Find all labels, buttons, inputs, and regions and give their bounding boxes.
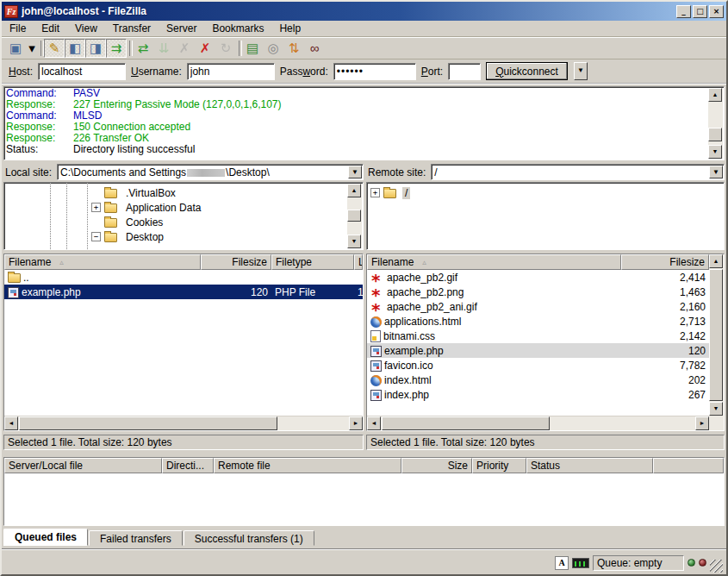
maximize-button[interactable]: □ xyxy=(693,5,707,18)
toolbar-button[interactable]: ⇉ xyxy=(106,39,127,58)
tree-expander[interactable]: + xyxy=(91,203,101,212)
column-header-direction[interactable]: Directi... xyxy=(162,458,214,473)
remote-vscrollbar[interactable]: ▲ ▼ xyxy=(709,254,724,430)
file-row[interactable]: .. xyxy=(4,270,363,285)
file-row[interactable]: apache_pb2_ani.gif 2,160 xyxy=(367,299,709,314)
toolbar-button[interactable]: ▤ xyxy=(242,39,263,58)
toolbar-button[interactable] xyxy=(127,39,133,58)
password-input[interactable] xyxy=(333,63,416,80)
queue-body[interactable] xyxy=(4,473,724,525)
tree-expander[interactable]: + xyxy=(370,188,380,197)
scroll-thumb[interactable] xyxy=(347,210,361,222)
message-log[interactable]: Command: PASV Response: 227 Entering Pas… xyxy=(3,86,725,160)
scroll-right-icon[interactable]: ► xyxy=(349,416,363,430)
menu-item[interactable]: Bookmarks xyxy=(204,21,271,36)
scroll-up-icon[interactable]: ▲ xyxy=(709,254,723,268)
close-button[interactable]: × xyxy=(709,5,724,18)
scroll-thumb[interactable] xyxy=(19,416,277,430)
toolbar-button[interactable] xyxy=(236,39,242,58)
log-scrollbar[interactable]: ▲ ▼ xyxy=(708,88,723,159)
chevron-down-icon[interactable]: ▼ xyxy=(709,166,723,178)
tree-expander[interactable]: − xyxy=(91,232,101,241)
file-row[interactable]: apache_pb2.gif 2,414 xyxy=(367,270,709,285)
menu-item[interactable]: View xyxy=(67,21,105,36)
tree-item[interactable]: − Desktop xyxy=(4,229,363,244)
scroll-up-icon[interactable]: ▲ xyxy=(708,88,722,102)
toolbar-button[interactable]: ⇅ xyxy=(283,39,304,58)
chevron-down-icon[interactable]: ▼ xyxy=(348,166,362,178)
file-row[interactable]: example.php 120 xyxy=(367,343,709,358)
tree-expander[interactable] xyxy=(91,217,101,227)
minimize-button[interactable]: _ xyxy=(676,5,691,18)
column-header-filetype[interactable]: Filetype xyxy=(271,254,354,270)
remote-hscrollbar[interactable]: ◄ ► xyxy=(367,416,709,430)
toolbar-button[interactable]: ✗ xyxy=(174,39,195,58)
local-site-combo[interactable]: C:\Documents and Settings\Desktop\ ▼ xyxy=(57,164,364,180)
resize-grip[interactable] xyxy=(710,560,723,573)
scroll-thumb[interactable] xyxy=(709,269,723,401)
toolbar-button[interactable]: ✎ xyxy=(44,39,65,58)
column-header-filesize[interactable]: Filesize xyxy=(201,254,271,270)
toolbar-button[interactable]: ▾ xyxy=(26,39,38,58)
queue-tab[interactable]: Failed transfers xyxy=(89,530,183,546)
title-bar[interactable]: Fz john@localhost - FileZilla _ □ × xyxy=(2,2,726,21)
queue-tab[interactable]: Queued files xyxy=(3,529,88,546)
username-input[interactable] xyxy=(187,63,275,80)
toolbar-button[interactable]: ◨ xyxy=(85,39,106,58)
menu-item[interactable]: File xyxy=(2,21,34,36)
toolbar-button[interactable]: ⇄ xyxy=(133,39,153,58)
column-header-size[interactable]: Size xyxy=(401,458,472,473)
toolbar-button[interactable]: ◧ xyxy=(65,39,85,58)
local-directory-tree[interactable]: .VirtualBox + Application Data Cookies xyxy=(3,182,364,250)
tree-item[interactable]: + Application Data xyxy=(4,200,363,215)
file-row[interactable]: index.html 202 xyxy=(367,373,709,387)
scroll-thumb[interactable] xyxy=(708,128,722,141)
tree-item[interactable]: .VirtualBox xyxy=(4,185,363,200)
scroll-left-icon[interactable]: ◄ xyxy=(4,416,18,430)
file-row[interactable]: applications.html 2,713 xyxy=(367,314,709,329)
queue-tab[interactable]: Successful transfers (1) xyxy=(184,530,314,546)
scroll-up-icon[interactable]: ▲ xyxy=(347,184,361,197)
menu-item[interactable]: Edit xyxy=(34,21,67,36)
remote-site-combo[interactable]: / ▼ xyxy=(431,164,725,180)
toolbar-button[interactable]: ✗ xyxy=(195,39,215,58)
scroll-down-icon[interactable]: ▼ xyxy=(347,235,361,248)
remote-directory-tree[interactable]: + / xyxy=(366,182,725,250)
toolbar-button[interactable] xyxy=(38,39,44,58)
column-header-remote-file[interactable]: Remote file xyxy=(214,458,401,473)
column-header-priority[interactable]: Priority xyxy=(472,458,526,473)
local-tree-scrollbar[interactable]: ▲ ▼ xyxy=(347,184,362,248)
column-header-status[interactable]: Status xyxy=(526,458,653,473)
menu-item[interactable]: Help xyxy=(271,21,308,36)
scroll-right-icon[interactable]: ► xyxy=(695,416,709,430)
host-input[interactable] xyxy=(38,63,126,80)
scroll-left-icon[interactable]: ◄ xyxy=(367,416,381,430)
column-header-filesize[interactable]: Filesize xyxy=(621,254,709,270)
toolbar-button[interactable]: ⇊ xyxy=(153,39,174,58)
column-header-filename[interactable]: Filename▵ xyxy=(367,254,621,270)
file-row[interactable]: bitnami.css 2,142 xyxy=(367,329,709,343)
toolbar-button[interactable]: ◎ xyxy=(263,39,283,58)
file-row[interactable]: index.php 267 xyxy=(367,387,709,402)
toolbar-button[interactable]: ▣ xyxy=(5,39,26,58)
tree-item[interactable]: Cookies xyxy=(4,215,363,229)
local-hscrollbar[interactable]: ◄ ► xyxy=(4,416,363,430)
scroll-down-icon[interactable]: ▼ xyxy=(709,402,723,416)
column-header-filename[interactable]: Filename▵ xyxy=(4,254,201,270)
scroll-thumb[interactable] xyxy=(382,416,550,430)
quickconnect-button[interactable]: Quickconnect xyxy=(486,62,568,80)
scroll-down-icon[interactable]: ▼ xyxy=(708,145,722,159)
speed-limits-icon[interactable] xyxy=(572,558,589,568)
tree-item[interactable]: + / xyxy=(367,185,724,200)
quickconnect-dropdown[interactable]: ▼ xyxy=(574,62,588,80)
toolbar-button[interactable]: ∞ xyxy=(304,39,325,58)
menu-item[interactable]: Transfer xyxy=(105,21,159,36)
column-header-lastmodified[interactable]: L xyxy=(354,254,363,270)
file-row[interactable]: favicon.ico 7,782 xyxy=(367,358,709,373)
toolbar-button[interactable]: ↻ xyxy=(215,39,236,58)
port-input[interactable] xyxy=(448,63,481,80)
column-header-server-local-file[interactable]: Server/Local file xyxy=(4,458,162,473)
tree-expander[interactable] xyxy=(91,188,101,197)
file-row[interactable]: example.php 120 PHP File 1 xyxy=(4,285,363,299)
menu-item[interactable]: Server xyxy=(159,21,204,36)
